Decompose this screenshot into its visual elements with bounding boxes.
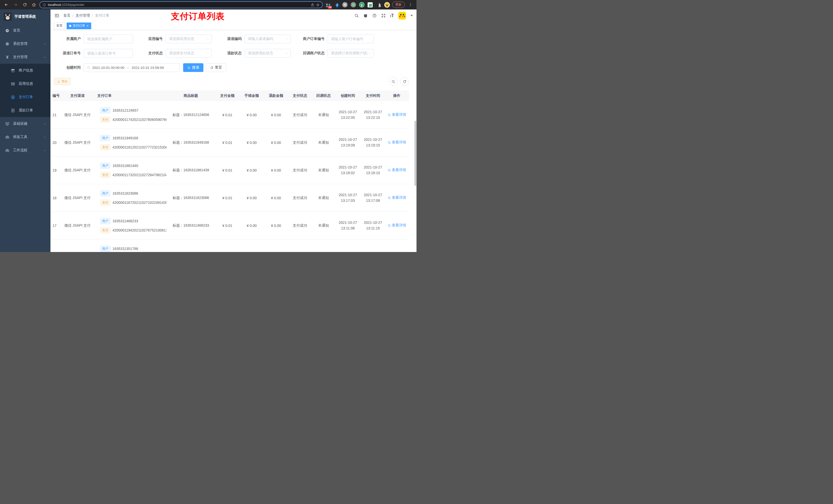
merchant-tag-badge: 商户 bbox=[100, 135, 111, 141]
address-bar[interactable]: localhost:1024/pay/order bbox=[40, 1, 323, 8]
browser-forward-button[interactable] bbox=[12, 1, 19, 8]
sidebar-item-refund-order[interactable]: 退款订单 bbox=[0, 104, 50, 117]
url-text: localhost:1024/pay/order bbox=[48, 3, 84, 7]
github-icon[interactable] bbox=[363, 13, 368, 18]
notify-status-select[interactable]: 请选择订单回调商户状态 bbox=[328, 49, 374, 57]
channel-code-select[interactable]: 请输入渠道编码 bbox=[245, 34, 291, 43]
cell-id: 20 bbox=[51, 141, 62, 145]
extension-emoji-icon[interactable] bbox=[384, 2, 390, 8]
extension-badge: 10 bbox=[328, 6, 332, 9]
dashboard-icon bbox=[5, 28, 9, 33]
sidebar-item-system[interactable]: 系统管理 bbox=[0, 37, 50, 50]
fullscreen-icon[interactable] bbox=[381, 13, 386, 18]
sidebar-item-label: 研发工具 bbox=[13, 135, 40, 139]
cell-notify: 未通知 bbox=[312, 168, 335, 173]
search-button[interactable]: 搜索 bbox=[183, 63, 204, 72]
cell-refund: ¥ 0.00 bbox=[264, 223, 288, 228]
help-icon[interactable] bbox=[372, 13, 377, 18]
merchant-order-no: 1635311351786 bbox=[113, 247, 138, 251]
cell-pay-order: 商户1635311881440 支付4200001173202110272847… bbox=[94, 163, 166, 178]
view-detail-link[interactable]: 查看详情 bbox=[387, 223, 406, 228]
tag-pay-order-active[interactable]: 支付订单 × bbox=[67, 23, 91, 29]
chevron-down-icon bbox=[43, 149, 46, 152]
cell-notify: 未通知 bbox=[312, 140, 335, 145]
search-icon[interactable] bbox=[354, 13, 359, 18]
sidebar-item-app-info[interactable]: 应用信息 bbox=[0, 77, 50, 90]
create-time-range-input[interactable]: 2021-10-01 00:00:00 - 2021-10-31 23:59:5… bbox=[84, 63, 180, 72]
extension-command-icon[interactable]: ⌘ bbox=[342, 2, 348, 8]
sidebar-item-devtools[interactable]: 研发工具 bbox=[0, 130, 50, 144]
col-header-title: 商品标题 bbox=[166, 94, 215, 98]
share-icon[interactable] bbox=[311, 3, 314, 7]
extension-puzzle-icon[interactable] bbox=[376, 2, 382, 8]
pay-status-select[interactable]: 请选择支付状态 bbox=[166, 49, 212, 57]
sidebar-item-payment[interactable]: ¥ 支付管理 bbox=[0, 50, 50, 64]
pay-tag-badge: 支付 bbox=[100, 227, 111, 233]
breadcrumb-home[interactable]: 首页 bbox=[63, 13, 70, 18]
cell-created: 2021-10-2713:17:03 bbox=[335, 192, 360, 203]
chevron-down-icon bbox=[285, 37, 288, 41]
sidebar-item-label: 系统管理 bbox=[13, 42, 40, 46]
pay-order-no: 4200001181202110277723215336 bbox=[113, 145, 166, 149]
sidebar-item-label: 支付管理 bbox=[13, 55, 40, 59]
browser-update-button[interactable]: 更新 bbox=[392, 2, 405, 8]
refresh-table-button[interactable] bbox=[400, 77, 409, 86]
refund-status-select[interactable]: 请选择退款状态 bbox=[245, 49, 291, 57]
cell-amount: ¥ 0.01 bbox=[215, 223, 239, 228]
page-annotation-title: 支付订单列表 bbox=[171, 10, 224, 22]
user-avatar[interactable] bbox=[398, 12, 406, 20]
user-menu-caret-icon[interactable] bbox=[410, 15, 413, 16]
view-detail-link[interactable]: 查看详情 bbox=[387, 195, 406, 200]
sidebar-item-infrastructure[interactable]: 基础设施 bbox=[0, 117, 50, 130]
tag-home[interactable]: 首页 bbox=[54, 23, 65, 29]
sidebar-item-merchant-info[interactable]: 商户信息 bbox=[0, 64, 50, 77]
view-detail-link[interactable]: 查看详情 bbox=[387, 113, 406, 117]
col-header-status: 支付状态 bbox=[288, 94, 312, 98]
grid-icon bbox=[11, 82, 15, 86]
view-detail-link[interactable]: 查看详情 bbox=[387, 140, 406, 145]
font-size-icon[interactable]: tT bbox=[390, 13, 394, 18]
merchant-select-input[interactable] bbox=[84, 34, 133, 43]
reset-button[interactable]: 重置 bbox=[206, 63, 226, 72]
toggle-search-button[interactable] bbox=[389, 77, 398, 86]
browser-refresh-button[interactable] bbox=[21, 1, 28, 8]
view-detail-link[interactable]: 查看详情 bbox=[387, 168, 406, 172]
extension-record-icon[interactable] bbox=[350, 2, 356, 8]
channel-order-no-input[interactable] bbox=[84, 49, 133, 57]
app-select[interactable]: 请选择应用信息 bbox=[166, 34, 212, 43]
store-icon bbox=[11, 68, 15, 73]
table-row: 20 微信 JSAPI 支付 商户1635311949168 支付4200001… bbox=[51, 129, 409, 157]
app-title: 芋道管理系统 bbox=[14, 14, 36, 19]
chevron-down-icon bbox=[206, 37, 210, 41]
pay-tag-badge: 支付 bbox=[100, 172, 111, 178]
browser-home-button[interactable] bbox=[30, 1, 38, 8]
sidebar-item-home[interactable]: 首页 bbox=[0, 24, 50, 37]
export-button[interactable]: 导出 bbox=[54, 78, 71, 85]
browser-back-button[interactable] bbox=[3, 1, 10, 8]
sidebar-item-pay-order[interactable]: 支付订单 bbox=[0, 90, 50, 104]
sidebar-item-workflow[interactable]: 工作流程 bbox=[0, 144, 50, 157]
merchant-order-no-input[interactable] bbox=[328, 34, 374, 43]
breadcrumb-payment[interactable]: 支付管理 bbox=[76, 13, 90, 18]
vertical-scrollbar[interactable] bbox=[414, 121, 416, 186]
extension-kite-icon[interactable] bbox=[333, 2, 339, 8]
browser-menu-kebab-icon[interactable] bbox=[407, 1, 414, 8]
view-detail-label: 查看详情 bbox=[392, 223, 406, 228]
extension-grid-icon[interactable]: 10 bbox=[325, 2, 331, 8]
sidebar-item-label: 退款订单 bbox=[19, 108, 33, 113]
collapse-sidebar-icon[interactable] bbox=[54, 13, 60, 19]
extension-y-icon[interactable]: y bbox=[359, 2, 365, 8]
cell-refund: ¥ 0.00 bbox=[264, 168, 288, 172]
bookmark-star-icon[interactable] bbox=[316, 3, 320, 7]
close-icon[interactable]: × bbox=[87, 24, 89, 27]
cell-fee: ¥ 0.00 bbox=[239, 141, 264, 145]
cell-actions: 查看详情 bbox=[385, 195, 408, 200]
view-detail-label: 查看详情 bbox=[392, 195, 406, 200]
logo-rabbit-image bbox=[4, 13, 12, 21]
browser-toolbar: localhost:1024/pay/order 10 ⌘ y 更新 bbox=[0, 0, 416, 9]
cell-pay-order: 商户1635311949168 支付4200001181202110277723… bbox=[94, 135, 166, 150]
site-info-icon[interactable] bbox=[43, 3, 46, 7]
cell-status: 支付成功 bbox=[288, 113, 312, 117]
extension-chat-icon[interactable] bbox=[367, 2, 373, 8]
table-row: 商户1635311351786 支付 bbox=[51, 239, 409, 252]
